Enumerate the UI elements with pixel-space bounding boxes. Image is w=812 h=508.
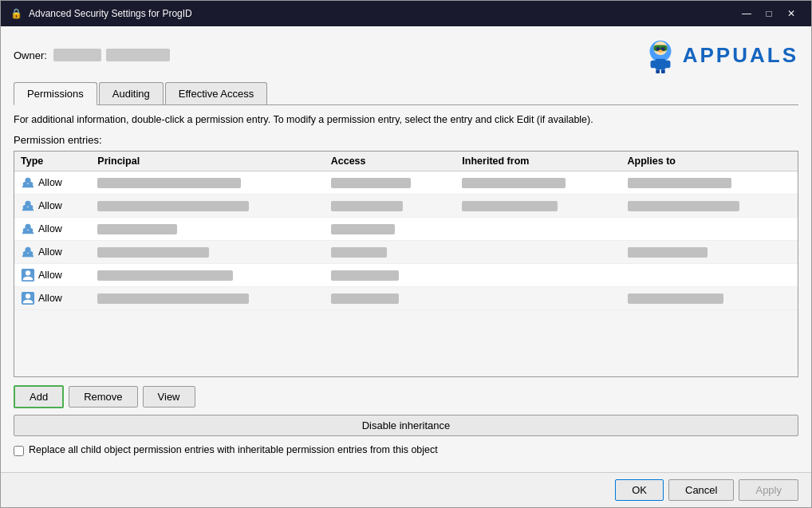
owner-value [53,49,170,61]
access-cell [325,194,456,217]
access-cell [325,217,456,240]
minimize-button[interactable]: — [736,6,757,22]
principal-cell [91,286,324,309]
applies-cell [621,194,798,217]
group-icon [21,268,35,282]
tabs: Permissions Auditing Effective Access [14,82,798,105]
user-icon [21,175,35,190]
tab-auditing[interactable]: Auditing [99,82,164,104]
access-cell [325,240,456,263]
access-cell [325,263,456,286]
type-cell: Allow [14,240,91,263]
type-cell: Allow [14,263,91,286]
svg-point-25 [29,251,33,255]
section-label: Permission entries: [14,134,798,146]
window-content: Owner: [1,26,811,472]
checkbox-label: Replace all child object permission entr… [29,444,438,455]
svg-point-15 [23,182,27,186]
applies-cell [621,171,798,194]
close-button[interactable]: ✕ [781,6,802,22]
maximize-button[interactable]: □ [759,6,779,22]
window-icon: 🔒 [10,8,22,19]
apply-button[interactable]: Apply [739,479,798,501]
ok-button[interactable]: OK [615,479,664,501]
svg-point-16 [29,182,33,186]
tab-permissions[interactable]: Permissions [14,82,97,105]
permissions-table: Type Principal Access Inherited from App… [14,152,798,310]
logo-area: APPUALS [641,36,798,74]
type-cell: Allow [14,286,91,309]
type-cell: Allow [14,217,91,240]
tab-effective-access[interactable]: Effective Access [165,82,267,104]
applies-cell [621,240,798,263]
table-row[interactable]: Allow [14,217,798,240]
principal-cell [91,217,324,240]
replace-permissions-checkbox[interactable] [14,446,24,456]
main-window: 🔒 Advanced Security Settings for ProgID … [0,0,812,508]
owner-value-block2 [106,49,170,61]
user-icon [21,245,35,259]
principal-cell [91,240,324,263]
access-cell [325,286,456,309]
info-text: For additional information, double-click… [14,113,798,128]
logo-wordmark: APPUALS [683,43,798,68]
add-button[interactable]: Add [14,385,64,408]
permissions-table-container[interactable]: Type Principal Access Inherited from App… [14,151,798,378]
applies-cell [621,217,798,240]
title-bar: 🔒 Advanced Security Settings for ProgID … [1,1,811,26]
group-icon [21,291,35,305]
inherited-cell [455,286,621,309]
table-row[interactable]: Allow [14,194,798,217]
inherited-cell [455,263,621,286]
owner-value-block1 [53,49,101,61]
type-cell: Allow [14,171,91,194]
svg-point-24 [23,251,27,255]
inherited-cell [455,194,621,217]
applies-cell [621,286,798,309]
table-header-row: Type Principal Access Inherited from App… [14,152,798,171]
principal-cell [91,263,324,286]
inherited-cell [455,240,621,263]
svg-rect-7 [650,61,656,69]
svg-point-18 [23,205,27,209]
svg-rect-9 [656,69,660,73]
table-row[interactable]: Allow [14,286,798,309]
table-row[interactable]: Allow [14,263,798,286]
owner-label: Owner: [14,49,47,61]
cancel-button[interactable]: Cancel [668,479,734,501]
inherited-cell [455,217,621,240]
title-bar-left: 🔒 Advanced Security Settings for ProgID [10,8,192,19]
svg-rect-10 [661,69,665,73]
principal-cell [91,194,324,217]
col-type: Type [14,152,91,171]
title-bar-controls: — □ ✕ [736,6,802,22]
bottom-bar: OK Cancel Apply [1,472,811,507]
remove-button[interactable]: Remove [69,386,137,408]
type-cell: Allow [14,194,91,217]
access-cell [325,171,456,194]
checkbox-row: Replace all child object permission entr… [14,444,798,456]
svg-point-21 [23,228,27,232]
svg-point-22 [29,228,33,232]
owner-row: Owner: [14,36,798,74]
svg-rect-6 [655,59,665,69]
svg-point-19 [29,205,33,209]
user-icon [21,222,35,236]
action-buttons: Add Remove View [14,385,798,408]
principal-cell [91,171,324,194]
col-inherited: Inherited from [455,152,621,171]
col-principal: Principal [91,152,324,171]
user-icon [21,199,35,213]
svg-point-29 [26,293,30,298]
svg-point-27 [26,270,30,275]
col-access: Access [325,152,456,171]
table-row[interactable]: Allow [14,240,798,263]
disable-inheritance-button[interactable]: Disable inheritance [14,415,798,436]
svg-rect-8 [664,61,671,69]
window-title: Advanced Security Settings for ProgID [29,8,192,19]
table-row[interactable]: Allow [14,171,798,194]
applies-cell [621,263,798,286]
view-button[interactable]: View [143,386,195,408]
logo-mascot-icon [641,36,680,74]
inherited-cell [455,171,621,194]
